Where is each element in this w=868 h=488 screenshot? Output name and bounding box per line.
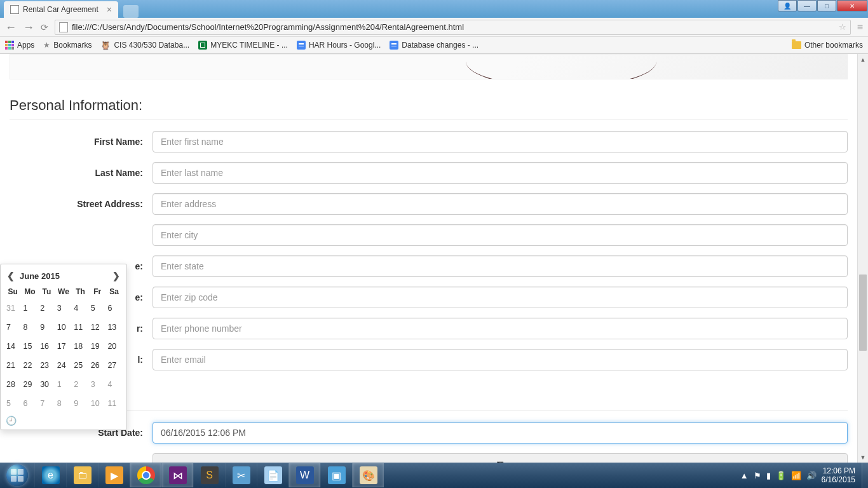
datepicker-day[interactable]: 18	[72, 337, 89, 356]
taskbar-paint[interactable]: 🎨	[352, 463, 384, 487]
bookmark-item-cis[interactable]: 🦉 CIS 430/530 Databa...	[100, 41, 189, 50]
start-date-input[interactable]	[153, 422, 848, 444]
other-bookmarks[interactable]: Other bookmarks	[792, 41, 863, 50]
state-input[interactable]	[153, 255, 848, 277]
last-name-input[interactable]	[153, 162, 848, 184]
datepicker-day[interactable]: 4	[72, 299, 89, 318]
bookmark-item-myekc[interactable]: MYEKC TIMELINE - ...	[198, 41, 288, 50]
datepicker-day[interactable]: 28	[4, 375, 22, 394]
close-window-button[interactable]: ✕	[837, 0, 867, 11]
datepicker-day[interactable]: 14	[4, 337, 22, 356]
bookmark-item-har[interactable]: HAR Hours - Googl...	[297, 41, 381, 50]
datepicker-time-button[interactable]: 🕘	[4, 413, 123, 426]
datepicker-title[interactable]: June 2015	[17, 271, 110, 281]
new-tab-button[interactable]	[123, 5, 139, 18]
datepicker-day[interactable]: 31	[4, 299, 22, 318]
datepicker-day[interactable]: 8	[22, 318, 39, 337]
maximize-button[interactable]: □	[817, 0, 836, 11]
datepicker-day[interactable]: 2	[72, 375, 89, 394]
datepicker-day[interactable]: 25	[72, 356, 89, 375]
scroll-thumb[interactable]	[859, 274, 867, 351]
datepicker-day[interactable]: 29	[22, 375, 39, 394]
scroll-down-button[interactable]: ▼	[858, 452, 868, 463]
start-button[interactable]	[0, 463, 34, 488]
datepicker-day[interactable]: 26	[89, 356, 106, 375]
taskbar-wmp[interactable]: ▶	[98, 463, 130, 487]
taskbar-word[interactable]: W	[288, 463, 320, 487]
scroll-up-button[interactable]: ▲	[858, 54, 868, 65]
datepicker-day[interactable]: 9	[38, 318, 55, 337]
datepicker-prev-button[interactable]: ❮	[4, 271, 17, 281]
tray-flag-icon[interactable]: ⚑	[754, 471, 761, 480]
datepicker-next-button[interactable]: ❯	[110, 271, 123, 281]
taskbar-misc1[interactable]: ▣	[320, 463, 352, 487]
vertical-scrollbar[interactable]: ▲ ▼	[857, 54, 868, 463]
datepicker-day[interactable]: 5	[89, 299, 106, 318]
taskbar-notepad[interactable]: 📄	[257, 463, 288, 487]
datepicker-day[interactable]: 10	[89, 394, 106, 413]
taskbar-chrome[interactable]	[130, 463, 161, 487]
show-desktop-button[interactable]	[862, 463, 868, 488]
tray-volume-icon[interactable]: 🔊	[806, 471, 817, 480]
datepicker-day[interactable]: 11	[72, 318, 89, 337]
taskbar-snip[interactable]: ✂	[225, 463, 257, 487]
datepicker-day[interactable]: 8	[55, 394, 72, 413]
forward-button[interactable]: →	[23, 22, 34, 33]
zip-input[interactable]	[153, 287, 848, 308]
datepicker-day[interactable]: 22	[22, 356, 39, 375]
bookmark-item-dbchanges[interactable]: Database changes - ...	[390, 41, 478, 50]
datepicker-day[interactable]: 12	[89, 318, 106, 337]
datepicker-day[interactable]: 20	[105, 337, 123, 356]
datepicker-day[interactable]: 24	[55, 356, 72, 375]
datepicker-day[interactable]: 15	[22, 337, 39, 356]
datepicker-day[interactable]: 3	[89, 375, 106, 394]
tray-network-icon[interactable]: ▮	[766, 471, 771, 480]
calendar-toggle-button[interactable]: ▦	[153, 453, 848, 463]
close-tab-icon[interactable]: ×	[107, 4, 112, 15]
datepicker-day[interactable]: 7	[38, 394, 55, 413]
taskbar-sublime[interactable]: S	[193, 463, 225, 487]
browser-tab[interactable]: Rental Car Agreement ×	[4, 1, 118, 18]
email-input[interactable]	[153, 349, 848, 370]
bookmark-star-icon[interactable]: ☆	[839, 22, 846, 32]
datepicker-day[interactable]: 10	[55, 318, 72, 337]
scroll-track[interactable]	[858, 65, 868, 452]
phone-input[interactable]	[153, 318, 848, 339]
datepicker-day[interactable]: 6	[22, 394, 39, 413]
datepicker-day[interactable]: 27	[105, 356, 123, 375]
tray-battery-icon[interactable]: 🔋	[776, 471, 786, 480]
datepicker-day[interactable]: 3	[55, 299, 72, 318]
taskbar-ie[interactable]: e	[34, 463, 66, 487]
tray-up-icon[interactable]: ▲	[740, 471, 749, 480]
datepicker-day[interactable]: 1	[22, 299, 39, 318]
tray-wifi-icon[interactable]: 📶	[791, 471, 801, 480]
apps-button[interactable]: Apps	[5, 41, 34, 50]
bookmarks-folder[interactable]: ★ Bookmarks	[43, 41, 92, 50]
datepicker-day[interactable]: 9	[72, 394, 89, 413]
user-button[interactable]: 👤	[778, 0, 797, 11]
back-button[interactable]: ←	[5, 22, 17, 33]
datepicker-day[interactable]: 13	[105, 318, 123, 337]
chrome-menu-icon[interactable]: ≡	[857, 22, 863, 33]
datepicker-day[interactable]: 17	[55, 337, 72, 356]
taskbar-vs[interactable]: ⋈	[161, 463, 193, 487]
datepicker-day[interactable]: 19	[89, 337, 106, 356]
datepicker-day[interactable]: 7	[4, 318, 22, 337]
datepicker-day[interactable]: 16	[38, 337, 55, 356]
address-bar[interactable]: file:///C:/Users/Andy/Documents/School/I…	[55, 20, 851, 35]
datepicker-day[interactable]: 1	[55, 375, 72, 394]
datepicker-day[interactable]: 21	[4, 356, 22, 375]
datepicker-day[interactable]: 5	[4, 394, 22, 413]
city-input[interactable]	[153, 224, 848, 246]
datepicker-day[interactable]: 6	[105, 299, 123, 318]
reload-button[interactable]: ⟳	[41, 23, 48, 32]
datepicker-day[interactable]: 30	[38, 375, 55, 394]
street-input[interactable]	[153, 193, 848, 215]
first-name-input[interactable]	[153, 131, 848, 152]
datepicker-day[interactable]: 2	[38, 299, 55, 318]
datepicker-day[interactable]: 23	[38, 356, 55, 375]
minimize-button[interactable]: —	[797, 0, 817, 11]
datepicker-day[interactable]: 4	[105, 375, 123, 394]
taskbar-clock[interactable]: 12:06 PM 6/16/2015	[822, 466, 855, 484]
datepicker-day[interactable]: 11	[105, 394, 123, 413]
